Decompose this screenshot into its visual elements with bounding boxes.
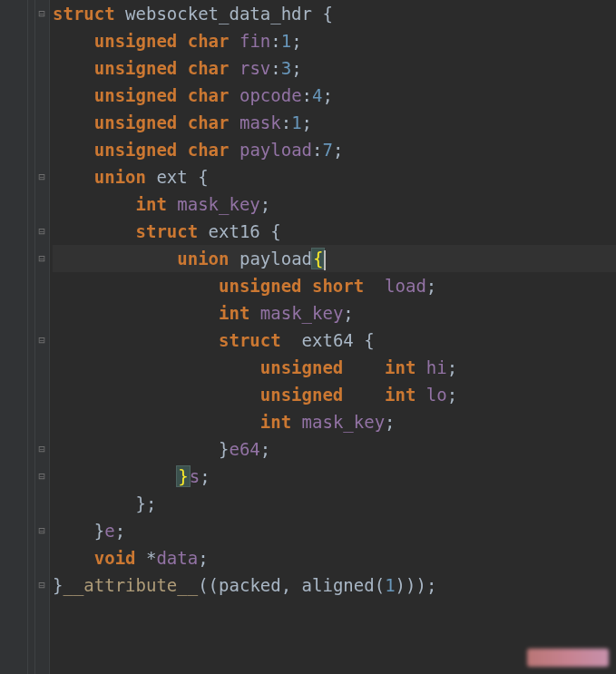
code-line[interactable]: unsigned short load; [53,272,616,299]
token: }; [136,493,157,513]
token: ; [333,140,343,160]
token: 3 [281,58,291,78]
token: ; [322,85,332,105]
token [229,112,239,132]
token: union [94,167,146,187]
token: mask [240,112,281,132]
token: lo [426,385,447,405]
code-line[interactable]: int mask_key; [53,190,616,218]
token: (( [198,575,219,595]
code-line[interactable]: struct ext16 { [53,218,616,245]
code-line[interactable]: unsigned char rsv:3; [53,54,616,82]
code-line[interactable]: }e; [53,517,616,544]
token: } [176,465,190,487]
code-line[interactable]: unsigned char fin:1; [53,27,616,54]
token: ; [260,194,270,214]
token: websocket_data_hdr [125,4,312,24]
token [198,221,208,241]
token: int [219,303,249,323]
token: aligned [302,575,375,595]
token: int [385,385,416,405]
token: 1 [291,112,301,132]
code-line[interactable]: struct ext64 { [53,327,616,354]
token: : [270,31,280,51]
fold-end-icon[interactable]: ⊟ [36,580,47,591]
token: unsigned char [94,58,230,78]
token: union [177,249,229,269]
fold-collapse-icon[interactable]: ⊟ [36,335,47,346]
token: ; [447,385,457,405]
code-line[interactable]: }; [53,490,616,517]
token: { [311,248,325,269]
token: ( [375,575,385,595]
token: ; [302,112,312,132]
token: ext64 [302,330,354,350]
token: ; [426,276,436,296]
token: int [136,194,167,214]
code-line[interactable]: }__attribute__((packed, aligned(1))); [53,571,616,599]
token [229,58,239,78]
token: 4 [312,85,322,105]
code-line[interactable]: struct websocket_data_hdr { [53,0,616,27]
token: : [281,112,291,132]
token: rsv [240,58,270,78]
token [343,385,385,405]
code-line[interactable]: unsigned int lo; [53,381,616,408]
token: payload [240,140,312,160]
token: 7 [322,140,332,160]
token [229,140,239,160]
token [229,85,239,105]
token: { [312,4,333,24]
code-editor[interactable]: ⊟⊟⊟⊟⊟⊟⊟⊟⊟ struct websocket_data_hdr { un… [0,0,616,674]
token: load [385,276,426,296]
token: ext16 [209,221,260,241]
token: e [104,521,114,541]
token: data [156,548,198,568]
token [343,357,385,377]
fold-end-icon[interactable]: ⊟ [36,471,47,482]
fold-end-icon[interactable]: ⊟ [36,525,47,536]
token: ; [447,357,457,377]
code-line[interactable]: union ext { [53,163,616,190]
code-line[interactable]: union payload{ [53,245,616,272]
token [229,31,239,51]
token: 1 [385,575,395,595]
token: { [354,330,375,350]
code-line[interactable]: unsigned char mask:1; [53,109,616,136]
code-line[interactable]: int mask_key; [53,408,616,435]
code-line[interactable]: unsigned char opcode:4; [53,82,616,109]
token: 1 [281,31,291,51]
token: } [94,521,104,541]
token: unsigned char [94,112,230,132]
text-caret [324,250,326,270]
token: ; [343,303,353,323]
token: : [312,140,322,160]
token: } [53,575,63,595]
code-line[interactable]: int mask_key; [53,299,616,327]
token [115,4,125,24]
fold-collapse-icon[interactable]: ⊟ [36,8,47,19]
token [249,303,259,323]
code-line[interactable]: void *data; [53,544,616,571]
token: * [136,548,157,568]
fold-end-icon[interactable]: ⊟ [36,444,47,454]
token: unsigned char [94,85,230,105]
token: { [260,221,281,241]
token: mask_key [302,412,386,432]
token: s [190,466,200,486]
token: fin [240,31,270,51]
token [416,385,425,405]
token: ; [385,412,395,432]
token: __attribute__ [63,575,198,595]
code-line[interactable]: }s; [53,463,616,490]
code-area[interactable]: struct websocket_data_hdr { unsigned cha… [49,0,616,674]
token: ; [291,31,301,51]
token: unsigned char [94,31,230,51]
code-line[interactable]: unsigned char payload:7; [53,136,616,163]
code-line[interactable]: }e64; [53,435,616,463]
token: struct [53,4,115,24]
fold-collapse-icon[interactable]: ⊟ [36,253,47,264]
fold-collapse-icon[interactable]: ⊟ [36,171,47,182]
code-line[interactable]: unsigned int hi; [53,354,616,381]
fold-collapse-icon[interactable]: ⊟ [36,226,47,237]
